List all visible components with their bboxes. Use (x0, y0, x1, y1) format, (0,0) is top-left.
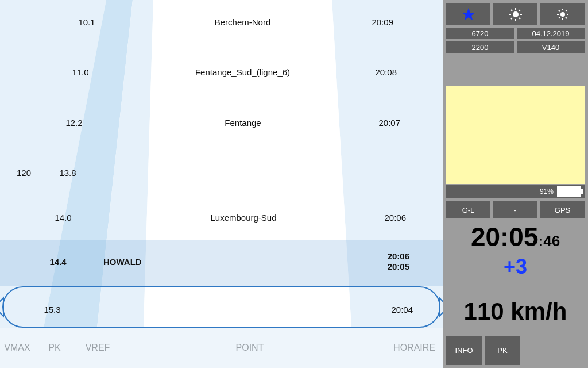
col-point: POINT (121, 343, 379, 353)
vmax-value: 120 (8, 168, 31, 178)
info-button[interactable]: INFO (446, 336, 482, 365)
sun-icon (509, 7, 523, 21)
time-value: 20:04 (378, 305, 413, 315)
station-name: Fentange (150, 118, 335, 128)
speed-display: 110 km/h (446, 298, 585, 325)
track-area: 10.1 Berchem-Nord 20:09 11.0 Fentange_Su… (0, 0, 443, 328)
pk-value: 11.0 (66, 67, 95, 77)
svg-line-15 (511, 18, 512, 19)
time-value: 20:06 (375, 251, 409, 261)
train-id: 6720 (446, 28, 514, 39)
battery-row: 91% (446, 185, 585, 198)
code-display: 2200 (446, 41, 514, 53)
station-name: Luxembourg-Sud (148, 213, 339, 223)
svg-line-14 (519, 18, 520, 19)
clock-time: 20:05:46 (446, 221, 585, 252)
battery-percent: 91% (540, 187, 554, 195)
station-name: Fentange_Sud_(ligne_6) (152, 67, 333, 77)
star-icon (462, 7, 475, 21)
v-code-display: V140 (517, 41, 585, 53)
svg-line-16 (519, 10, 520, 11)
col-horaire: HORAIRE (379, 343, 442, 353)
time-value: 20:06 (372, 213, 406, 223)
status-mid[interactable]: - (493, 201, 537, 218)
svg-line-24 (559, 17, 560, 18)
message-area (446, 86, 585, 184)
time-block: 20:05:46 +3 (446, 221, 585, 279)
svg-point-17 (560, 12, 565, 17)
sun-dim-icon (556, 7, 570, 21)
delay-indicator: +3 (446, 255, 585, 279)
time-value-2: 20:05 (375, 262, 409, 271)
pk-value: 10.1 (72, 17, 101, 27)
pk-value: 13.8 (53, 168, 82, 178)
svg-marker-7 (462, 8, 475, 20)
brightness-night-button[interactable] (540, 3, 585, 25)
schedule-panel: 10.1 Berchem-Nord 20:09 11.0 Fentange_Su… (0, 0, 443, 368)
pk-value: 12.2 (60, 118, 88, 128)
pk-value: 14.0 (49, 213, 78, 223)
column-headers: VMAX PK VREF POINT HORAIRE (0, 328, 443, 368)
svg-line-23 (566, 17, 567, 18)
col-vmax: VMAX (0, 343, 34, 353)
status-gl[interactable]: G-L (446, 201, 490, 218)
time-value: 20:07 (366, 118, 400, 128)
col-pk: PK (34, 343, 75, 353)
svg-line-22 (559, 10, 560, 12)
pk-value: 15.3 (38, 305, 67, 315)
pk-button[interactable]: PK (485, 336, 520, 365)
col-vref: VREF (75, 343, 121, 353)
schedule-rows: 10.1 Berchem-Nord 20:09 11.0 Fentange_Su… (0, 0, 443, 328)
clock-seconds: :46 (539, 232, 560, 250)
station-name: HOWALD (103, 257, 212, 267)
status-sidebar: 6720 04.12.2019 2200 V140 91% G-L - GPS … (443, 0, 588, 368)
svg-line-25 (566, 10, 567, 12)
date-display: 04.12.2019 (517, 28, 585, 39)
brightness-day-button[interactable] (493, 3, 537, 25)
station-name: Berchem-Nord (153, 17, 332, 27)
status-gps[interactable]: GPS (540, 201, 585, 218)
time-value: 20:09 (359, 17, 393, 27)
time-value: 20:08 (362, 67, 397, 77)
favorite-button[interactable] (446, 3, 490, 25)
svg-point-8 (513, 12, 519, 17)
svg-line-13 (511, 10, 512, 11)
clock-hhmm: 20:05 (471, 222, 539, 252)
battery-icon (557, 186, 581, 197)
pk-value: 14.4 (44, 257, 72, 267)
